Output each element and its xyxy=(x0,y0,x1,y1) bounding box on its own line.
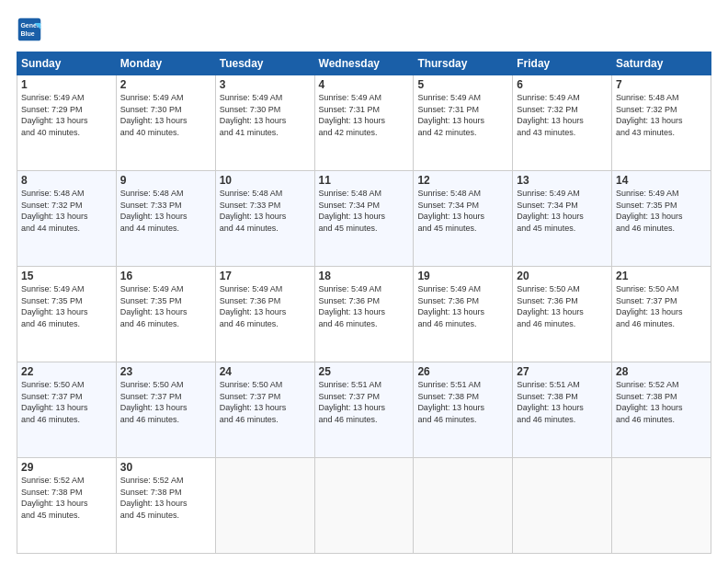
cell-info: Sunrise: 5:48 AM Sunset: 7:32 PM Dayligh… xyxy=(21,188,112,234)
cell-info: Sunrise: 5:51 AM Sunset: 7:38 PM Dayligh… xyxy=(417,379,508,425)
col-header-wednesday: Wednesday xyxy=(314,52,414,75)
day-number: 18 xyxy=(319,270,410,282)
calendar-cell: 29Sunrise: 5:52 AM Sunset: 7:38 PM Dayli… xyxy=(17,458,117,554)
cell-info: Sunrise: 5:49 AM Sunset: 7:35 PM Dayligh… xyxy=(21,283,112,329)
calendar-cell xyxy=(612,458,711,554)
calendar-cell: 25Sunrise: 5:51 AM Sunset: 7:37 PM Dayli… xyxy=(314,362,414,458)
cell-info: Sunrise: 5:49 AM Sunset: 7:31 PM Dayligh… xyxy=(319,92,410,138)
cell-info: Sunrise: 5:49 AM Sunset: 7:34 PM Dayligh… xyxy=(517,188,608,234)
cell-info: Sunrise: 5:50 AM Sunset: 7:37 PM Dayligh… xyxy=(616,283,707,329)
logo-icon: General Blue xyxy=(17,17,42,42)
col-header-tuesday: Tuesday xyxy=(215,52,314,75)
calendar-body: 1Sunrise: 5:49 AM Sunset: 7:29 PM Daylig… xyxy=(17,75,711,554)
day-number: 13 xyxy=(517,174,608,187)
col-header-sunday: Sunday xyxy=(17,52,117,75)
day-number: 3 xyxy=(220,78,311,91)
cell-info: Sunrise: 5:48 AM Sunset: 7:33 PM Dayligh… xyxy=(220,188,311,234)
cell-info: Sunrise: 5:49 AM Sunset: 7:35 PM Dayligh… xyxy=(120,283,211,329)
cell-info: Sunrise: 5:49 AM Sunset: 7:30 PM Dayligh… xyxy=(220,92,311,138)
cell-info: Sunrise: 5:48 AM Sunset: 7:34 PM Dayligh… xyxy=(319,188,410,234)
day-number: 7 xyxy=(616,78,707,91)
day-number: 28 xyxy=(616,365,707,378)
day-number: 26 xyxy=(417,365,508,378)
day-number: 20 xyxy=(517,270,608,282)
cell-info: Sunrise: 5:50 AM Sunset: 7:37 PM Dayligh… xyxy=(21,379,112,425)
calendar-row: 22Sunrise: 5:50 AM Sunset: 7:37 PM Dayli… xyxy=(17,362,711,458)
calendar-cell xyxy=(414,458,513,554)
calendar-cell: 15Sunrise: 5:49 AM Sunset: 7:35 PM Dayli… xyxy=(17,267,117,362)
day-number: 16 xyxy=(120,270,211,282)
calendar-cell: 7Sunrise: 5:48 AM Sunset: 7:32 PM Daylig… xyxy=(612,75,711,171)
day-number: 24 xyxy=(220,365,311,378)
logo: General Blue xyxy=(17,17,46,42)
calendar-cell: 30Sunrise: 5:52 AM Sunset: 7:38 PM Dayli… xyxy=(116,458,215,554)
col-header-thursday: Thursday xyxy=(414,52,513,75)
calendar-cell: 9Sunrise: 5:48 AM Sunset: 7:33 PM Daylig… xyxy=(116,171,215,267)
day-number: 6 xyxy=(517,78,608,91)
day-number: 15 xyxy=(21,270,112,282)
cell-info: Sunrise: 5:51 AM Sunset: 7:37 PM Dayligh… xyxy=(319,379,410,425)
day-number: 5 xyxy=(417,78,508,91)
cell-info: Sunrise: 5:48 AM Sunset: 7:32 PM Dayligh… xyxy=(616,92,707,138)
col-header-friday: Friday xyxy=(513,52,612,75)
cell-info: Sunrise: 5:48 AM Sunset: 7:34 PM Dayligh… xyxy=(417,188,508,234)
calendar-table: SundayMondayTuesdayWednesdayThursdayFrid… xyxy=(17,52,711,554)
day-number: 14 xyxy=(616,174,707,187)
calendar-cell: 23Sunrise: 5:50 AM Sunset: 7:37 PM Dayli… xyxy=(116,362,215,458)
cell-info: Sunrise: 5:49 AM Sunset: 7:36 PM Dayligh… xyxy=(319,283,410,329)
cell-info: Sunrise: 5:52 AM Sunset: 7:38 PM Dayligh… xyxy=(120,475,211,521)
calendar-row: 8Sunrise: 5:48 AM Sunset: 7:32 PM Daylig… xyxy=(17,171,711,267)
calendar-cell: 19Sunrise: 5:49 AM Sunset: 7:36 PM Dayli… xyxy=(414,267,513,362)
cell-info: Sunrise: 5:49 AM Sunset: 7:36 PM Dayligh… xyxy=(220,283,311,329)
day-number: 27 xyxy=(517,365,608,378)
calendar-cell: 12Sunrise: 5:48 AM Sunset: 7:34 PM Dayli… xyxy=(414,171,513,267)
cell-info: Sunrise: 5:49 AM Sunset: 7:32 PM Dayligh… xyxy=(517,92,608,138)
calendar-cell: 17Sunrise: 5:49 AM Sunset: 7:36 PM Dayli… xyxy=(215,267,314,362)
day-number: 23 xyxy=(120,365,211,378)
calendar-cell: 10Sunrise: 5:48 AM Sunset: 7:33 PM Dayli… xyxy=(215,171,314,267)
cell-info: Sunrise: 5:50 AM Sunset: 7:37 PM Dayligh… xyxy=(120,379,211,425)
day-number: 29 xyxy=(21,461,112,474)
calendar-cell: 24Sunrise: 5:50 AM Sunset: 7:37 PM Dayli… xyxy=(215,362,314,458)
day-number: 30 xyxy=(120,461,211,474)
day-number: 1 xyxy=(21,78,112,91)
calendar-cell: 28Sunrise: 5:52 AM Sunset: 7:38 PM Dayli… xyxy=(612,362,711,458)
header: General Blue xyxy=(17,17,711,42)
day-number: 17 xyxy=(220,270,311,282)
calendar-cell: 20Sunrise: 5:50 AM Sunset: 7:36 PM Dayli… xyxy=(513,267,612,362)
cell-info: Sunrise: 5:49 AM Sunset: 7:29 PM Dayligh… xyxy=(21,92,112,138)
cell-info: Sunrise: 5:50 AM Sunset: 7:37 PM Dayligh… xyxy=(220,379,311,425)
calendar-cell: 6Sunrise: 5:49 AM Sunset: 7:32 PM Daylig… xyxy=(513,75,612,171)
calendar-cell: 8Sunrise: 5:48 AM Sunset: 7:32 PM Daylig… xyxy=(17,171,117,267)
cell-info: Sunrise: 5:49 AM Sunset: 7:30 PM Dayligh… xyxy=(120,92,211,138)
cell-info: Sunrise: 5:50 AM Sunset: 7:36 PM Dayligh… xyxy=(517,283,608,329)
calendar-cell xyxy=(513,458,612,554)
calendar-row: 29Sunrise: 5:52 AM Sunset: 7:38 PM Dayli… xyxy=(17,458,711,554)
calendar-cell: 22Sunrise: 5:50 AM Sunset: 7:37 PM Dayli… xyxy=(17,362,117,458)
calendar-page: General Blue SundayMondayTuesdayWednesda… xyxy=(0,0,728,563)
day-number: 2 xyxy=(120,78,211,91)
cell-info: Sunrise: 5:51 AM Sunset: 7:38 PM Dayligh… xyxy=(517,379,608,425)
col-header-saturday: Saturday xyxy=(612,52,711,75)
calendar-cell: 26Sunrise: 5:51 AM Sunset: 7:38 PM Dayli… xyxy=(414,362,513,458)
day-number: 8 xyxy=(21,174,112,187)
day-number: 4 xyxy=(319,78,410,91)
cell-info: Sunrise: 5:52 AM Sunset: 7:38 PM Dayligh… xyxy=(21,475,112,521)
cell-info: Sunrise: 5:49 AM Sunset: 7:35 PM Dayligh… xyxy=(616,188,707,234)
calendar-cell: 21Sunrise: 5:50 AM Sunset: 7:37 PM Dayli… xyxy=(612,267,711,362)
cell-info: Sunrise: 5:49 AM Sunset: 7:36 PM Dayligh… xyxy=(417,283,508,329)
calendar-cell: 18Sunrise: 5:49 AM Sunset: 7:36 PM Dayli… xyxy=(314,267,414,362)
calendar-cell xyxy=(314,458,414,554)
calendar-cell: 1Sunrise: 5:49 AM Sunset: 7:29 PM Daylig… xyxy=(17,75,117,171)
calendar-cell xyxy=(215,458,314,554)
calendar-row: 15Sunrise: 5:49 AM Sunset: 7:35 PM Dayli… xyxy=(17,267,711,362)
day-number: 10 xyxy=(220,174,311,187)
calendar-row: 1Sunrise: 5:49 AM Sunset: 7:29 PM Daylig… xyxy=(17,75,711,171)
cell-info: Sunrise: 5:49 AM Sunset: 7:31 PM Dayligh… xyxy=(417,92,508,138)
svg-text:Blue: Blue xyxy=(20,30,34,37)
cell-info: Sunrise: 5:48 AM Sunset: 7:33 PM Dayligh… xyxy=(120,188,211,234)
day-number: 22 xyxy=(21,365,112,378)
calendar-cell: 16Sunrise: 5:49 AM Sunset: 7:35 PM Dayli… xyxy=(116,267,215,362)
column-headers-row: SundayMondayTuesdayWednesdayThursdayFrid… xyxy=(17,52,711,75)
calendar-cell: 27Sunrise: 5:51 AM Sunset: 7:38 PM Dayli… xyxy=(513,362,612,458)
